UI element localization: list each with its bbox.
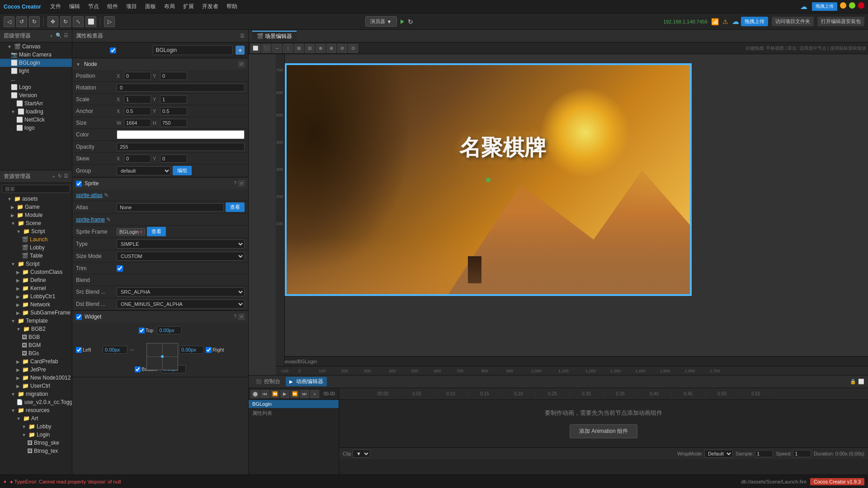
right-checkbox[interactable] <box>206 347 212 353</box>
sprite-frame-check-btn[interactable]: 查看 <box>147 227 166 236</box>
scene-tool-8[interactable]: ⊗ <box>326 44 336 53</box>
scene-tool-1[interactable]: ⬜ <box>250 44 260 53</box>
add-animation-btn[interactable]: 添加 Animation 组件 <box>570 424 637 438</box>
hierarchy-search-icon[interactable]: 🔍 <box>56 33 62 39</box>
scene-tool-9[interactable]: ⊘ <box>337 44 347 53</box>
res-bgb[interactable]: 🖼 BGB <box>0 333 72 341</box>
hierarchy-item-light[interactable]: ⬜ light <box>0 67 72 75</box>
toolbar-btn-1[interactable]: ◁ <box>4 16 14 27</box>
right-value-input[interactable] <box>179 346 204 354</box>
resource-search-input[interactable] <box>2 185 70 193</box>
hierarchy-item-logo[interactable]: ⬜ Logo <box>0 83 72 91</box>
minimize-btn[interactable] <box>840 2 846 9</box>
menu-component[interactable]: 组件 <box>104 2 122 11</box>
hierarchy-item-startarr[interactable]: ⬜ StartArr <box>0 99 72 108</box>
res-bgs[interactable]: 🖼 BGs <box>0 349 72 357</box>
res-bgm[interactable]: 🖼 BGM <box>0 341 72 349</box>
sprite-help-icon[interactable]: ? <box>234 180 236 187</box>
scene-canvas[interactable]: 700 600 500 400 300 200 100 -100 0 100 2… <box>249 54 868 375</box>
scene-tool-10[interactable]: ⊙ <box>348 44 358 53</box>
pos-x-input[interactable] <box>124 72 151 80</box>
res-usetoggle[interactable]: 📄 use_v2.0.x_cc.Toggle <box>0 398 72 406</box>
install-editor-btn[interactable]: 打开编辑器安装包 <box>817 17 864 26</box>
maximize-btn[interactable] <box>849 2 855 9</box>
menu-node[interactable]: 节点 <box>85 2 103 11</box>
anim-prev-btn[interactable]: ⏪ <box>270 390 279 398</box>
res-script[interactable]: ▼ 📁 Script <box>0 260 72 268</box>
menu-panel[interactable]: 面板 <box>142 2 160 11</box>
anim-node-bglogin[interactable]: BGLogin <box>249 400 339 408</box>
res-userctrl[interactable]: ▶ 📁 UserCtrl <box>0 382 72 390</box>
prop-node-header[interactable]: ▼ Node ↺ <box>72 58 248 70</box>
res-script-folder[interactable]: ▼ 📁 Script <box>0 227 72 235</box>
sprite-active-checkbox[interactable] <box>76 181 82 187</box>
res-table[interactable]: 🎬 Table <box>0 252 72 260</box>
anchor-y-input[interactable] <box>160 107 187 115</box>
color-preview[interactable] <box>117 130 245 139</box>
widget-reset-btn[interactable]: ↺ <box>238 314 245 320</box>
menu-dev[interactable]: 开发者 <box>198 2 222 11</box>
widget-active-checkbox[interactable] <box>76 314 82 320</box>
refresh-button[interactable]: ↻ <box>408 18 413 25</box>
hierarchy-item-maincamera[interactable]: 📷 Main Camera <box>0 51 72 59</box>
play-button[interactable] <box>401 19 404 24</box>
menu-extend[interactable]: 扩展 <box>179 2 198 11</box>
group-select[interactable]: default <box>117 166 171 175</box>
res-module[interactable]: ▶ 📁 Module <box>0 211 72 219</box>
res-art[interactable]: ▼ 📁 Art <box>0 414 72 422</box>
bottom-pop-icon[interactable]: ⬜ <box>858 379 864 385</box>
res-art-lobby[interactable]: ▼ 📁 Lobby <box>0 422 72 431</box>
hierarchy-item-version[interactable]: ⬜ Version <box>0 91 72 99</box>
res-kernel[interactable]: ▶ 📁 Kernel <box>0 284 72 292</box>
res-jetpre[interactable]: ▶ 📁 JetPre <box>0 366 72 374</box>
res-login[interactable]: ▼ 📁 Login <box>0 431 72 439</box>
cloud-upload-btn[interactable]: 拖拽上传 <box>812 2 837 11</box>
hierarchy-add-icon[interactable]: ＋ <box>49 33 54 39</box>
res-scene[interactable]: ▼ 📁 Scene <box>0 219 72 227</box>
menu-help[interactable]: 帮助 <box>223 2 241 11</box>
anim-next-btn[interactable]: ⏩ <box>290 390 299 398</box>
res-game[interactable]: ▶ 📁 Game <box>0 203 72 211</box>
res-resources[interactable]: ▼ 📁 resources <box>0 406 72 414</box>
clip-select[interactable]: ▼ <box>353 450 370 458</box>
res-migration[interactable]: ▼ 📁 migration <box>0 390 72 398</box>
sprite-reset-btn[interactable]: ↺ <box>238 180 245 187</box>
resource-refresh-icon[interactable]: ↻ <box>58 173 62 180</box>
prop-add-component-btn[interactable]: + <box>236 46 245 55</box>
hierarchy-item-logosmall[interactable]: ⬜ logo <box>0 124 72 132</box>
atlas-input[interactable] <box>117 203 224 211</box>
res-template[interactable]: ▼ 📁 Template <box>0 317 72 325</box>
node-reset-btn[interactable]: ↺ <box>238 61 245 67</box>
scene-tab-editor[interactable]: 🎬 场景编辑器 <box>252 31 297 41</box>
left-checkbox[interactable] <box>76 347 82 353</box>
anim-forward-btn[interactable]: ⏭ <box>300 390 309 398</box>
move-tool[interactable]: ✥ <box>47 16 58 27</box>
menu-layout[interactable]: 布局 <box>160 2 179 11</box>
hierarchy-item-bglogin[interactable]: ⬜ BGLogin <box>0 59 72 67</box>
skew-y-input[interactable] <box>160 155 187 163</box>
menu-bar[interactable]: 文件 编辑 节点 组件 项目 面板 布局 扩展 开发者 帮助 <box>47 2 241 11</box>
prop-node-name-input[interactable] <box>153 45 233 55</box>
rect-tool[interactable]: ⬜ <box>85 16 96 27</box>
resource-add-icon[interactable]: ＋ <box>51 173 56 180</box>
rotate-tool[interactable]: ↻ <box>60 16 71 27</box>
anim-add-event-btn[interactable]: ＋ <box>310 390 319 398</box>
atlas-check-btn[interactable]: 查看 <box>226 202 245 212</box>
anim-record-btn[interactable]: ⬤ <box>250 390 259 398</box>
hierarchy-item-loading[interactable]: ▼ ⬜ loading <box>0 108 72 116</box>
res-launch[interactable]: 🎬 Launch <box>0 235 72 244</box>
menu-project[interactable]: 项目 <box>123 2 141 11</box>
res-subgameframe[interactable]: ▶ 📁 SubGameFrame <box>0 309 72 317</box>
hierarchy-item-canvas[interactable]: ▼ 🎬 Canvas <box>0 42 72 51</box>
visit-project-btn[interactable]: 访问项目文件夹 <box>772 17 814 26</box>
tab-console[interactable]: ⬛ 控制台 <box>252 377 284 386</box>
menu-edit[interactable]: 编辑 <box>66 2 84 11</box>
prop-sprite-header[interactable]: Sprite ? ↺ <box>72 178 248 189</box>
res-define[interactable]: ▶ 📁 Define <box>0 276 72 284</box>
speed-input[interactable] <box>793 450 811 457</box>
sample-input[interactable] <box>755 450 773 457</box>
dst-blend-select[interactable]: ONE_MINUS_SRC_ALPHA <box>117 300 245 309</box>
prop-active-checkbox[interactable] <box>76 47 150 53</box>
hierarchy-item-dots[interactable]: ... <box>0 75 72 83</box>
pos-y-input[interactable] <box>160 72 187 80</box>
